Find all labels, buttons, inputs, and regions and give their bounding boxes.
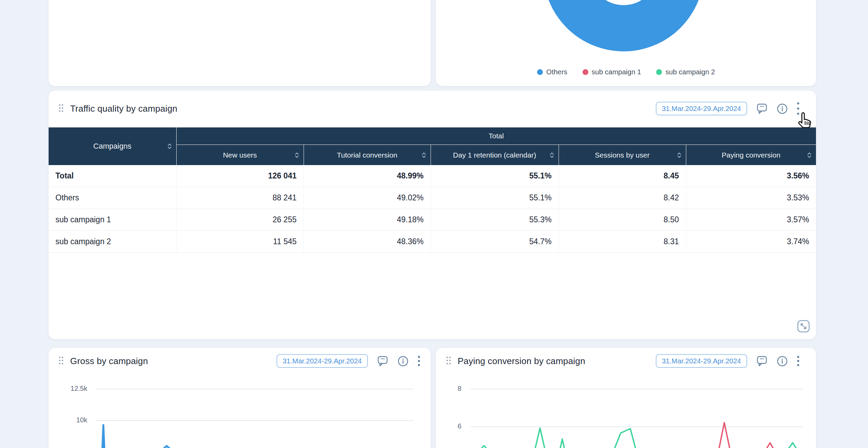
cell-sessions-by-user: 8.45	[559, 165, 686, 187]
y-tick-label: 6	[444, 422, 461, 430]
y-tick-label: 12.5k	[53, 385, 87, 393]
traffic-quality-card: Traffic quality by campaign 31.Mar.2024-…	[49, 91, 816, 339]
traffic-quality-card-header: Traffic quality by campaign 31.Mar.2024-…	[49, 91, 816, 126]
cell-tutorial-conversion: 48.99%	[304, 165, 431, 187]
card-title: Traffic quality by campaign	[70, 103, 177, 114]
sort-icon	[167, 143, 172, 150]
cell-sessions-by-user: 8.50	[559, 209, 686, 231]
column-header-day1-retention[interactable]: Day 1 retention (calendar)	[431, 145, 559, 165]
row-label: Others	[49, 187, 176, 209]
gross-card-header: Gross by campaign 31.Mar.2024-29.Apr.202…	[49, 348, 431, 374]
cell-tutorial-conversion: 48.36%	[304, 231, 431, 253]
column-header-paying-conversion[interactable]: Paying conversion	[686, 145, 816, 165]
cell-paying-conversion: 3.53%	[686, 187, 816, 209]
card-title: Paying conversion by campaign	[458, 356, 585, 366]
column-header-new-users[interactable]: New users	[176, 145, 304, 165]
comment-icon[interactable]	[756, 102, 768, 115]
drag-handle-icon[interactable]	[446, 356, 451, 366]
cell-day1-retention: 54.7%	[431, 231, 559, 253]
cell-paying-conversion: 3.74%	[686, 231, 816, 253]
row-label: sub campaign 1	[49, 209, 176, 231]
legend-label: sub campaign 1	[592, 68, 641, 76]
top-left-widget-card	[49, 0, 431, 86]
table-row: sub campaign 1 26 255 49.18% 55.3% 8.50 …	[49, 209, 816, 231]
card-title: Gross by campaign	[70, 356, 148, 366]
legend-label: Others	[546, 68, 567, 76]
dashboard-canvas: Others sub campaign 1 sub campaign 2 Tra…	[0, 0, 868, 448]
drag-handle-icon[interactable]	[58, 103, 64, 114]
cell-day1-retention: 55.3%	[431, 209, 559, 231]
card-controls: 31.Mar.2024-29.Apr.2024	[277, 348, 420, 374]
table-row: Others 88 241 49.02% 55.1% 8.42 3.53%	[49, 187, 816, 209]
info-icon[interactable]	[777, 356, 788, 367]
info-icon[interactable]	[397, 356, 409, 367]
paying-conversion-card: Paying conversion by campaign 31.Mar.202…	[436, 348, 816, 448]
cell-new-users: 26 255	[176, 209, 304, 231]
legend-dot-sub-campaign-2	[656, 69, 662, 75]
legend-label: sub campaign 2	[665, 68, 715, 76]
kebab-menu-icon[interactable]	[797, 355, 800, 367]
info-icon[interactable]	[777, 103, 788, 114]
sort-icon	[807, 152, 812, 158]
sort-icon	[677, 152, 681, 158]
date-range-badge[interactable]: 31.Mar.2024-29.Apr.2024	[656, 354, 747, 368]
cell-tutorial-conversion: 49.18%	[304, 209, 431, 231]
legend-item-sub-campaign-1[interactable]: sub campaign 1	[583, 68, 641, 76]
cell-sessions-by-user: 8.31	[559, 231, 686, 253]
cell-tutorial-conversion: 49.02%	[304, 187, 431, 209]
sort-icon	[422, 152, 426, 158]
group-header-total: Total	[176, 127, 816, 145]
legend-item-others[interactable]: Others	[537, 68, 567, 76]
table-row: Total 126 041 48.99% 55.1% 8.45 3.56%	[49, 165, 816, 187]
sort-icon	[550, 152, 554, 158]
gross-by-campaign-card: Gross by campaign 31.Mar.2024-29.Apr.202…	[49, 348, 431, 448]
paying-line-chart[interactable]	[471, 389, 803, 448]
paying-card-header: Paying conversion by campaign 31.Mar.202…	[436, 348, 816, 374]
column-header-sessions-by-user[interactable]: Sessions by user	[559, 145, 686, 165]
legend-item-sub-campaign-2[interactable]: sub campaign 2	[656, 68, 715, 76]
legend-dot-others	[537, 69, 543, 75]
cell-sessions-by-user: 8.42	[559, 187, 686, 209]
row-label: Total	[49, 165, 176, 187]
traffic-quality-table: Campaigns Total New users Tutorial conve…	[49, 127, 816, 253]
donut-legend: Others sub campaign 1 sub campaign 2	[436, 68, 816, 76]
cell-paying-conversion: 3.57%	[686, 209, 816, 231]
column-header-campaigns[interactable]: Campaigns	[49, 127, 176, 165]
cell-paying-conversion: 3.56%	[686, 165, 816, 187]
cell-day1-retention: 55.1%	[431, 165, 559, 187]
cell-new-users: 88 241	[176, 187, 304, 209]
date-range-badge[interactable]: 31.Mar.2024-29.Apr.2024	[277, 354, 368, 368]
drag-handle-icon[interactable]	[58, 356, 64, 366]
row-label: sub campaign 2	[49, 231, 176, 253]
cursor-pointer-hand	[797, 112, 813, 129]
comment-icon[interactable]	[377, 355, 388, 367]
table-row: sub campaign 2 11 545 48.36% 54.7% 8.31 …	[49, 231, 816, 253]
donut-chart[interactable]	[543, 0, 704, 51]
cell-new-users: 11 545	[176, 231, 304, 253]
legend-dot-sub-campaign-1	[583, 69, 588, 75]
campaign-share-donut-card: Others sub campaign 1 sub campaign 2	[436, 0, 816, 86]
card-controls: 31.Mar.2024-29.Apr.2024	[656, 348, 800, 374]
card-controls: 31.Mar.2024-29.Apr.2024	[656, 91, 800, 126]
kebab-menu-icon[interactable]	[418, 355, 420, 367]
column-header-tutorial-conversion[interactable]: Tutorial conversion	[304, 145, 431, 165]
cell-new-users: 126 041	[176, 165, 304, 187]
date-range-badge[interactable]: 31.Mar.2024-29.Apr.2024	[656, 102, 747, 115]
y-tick-label: 8	[444, 385, 461, 393]
y-tick-label: 10k	[53, 416, 87, 424]
gross-line-chart[interactable]	[96, 389, 413, 448]
comment-icon[interactable]	[756, 355, 768, 367]
sort-icon	[295, 152, 299, 158]
expand-icon[interactable]	[797, 320, 810, 333]
cell-day1-retention: 55.1%	[431, 187, 559, 209]
